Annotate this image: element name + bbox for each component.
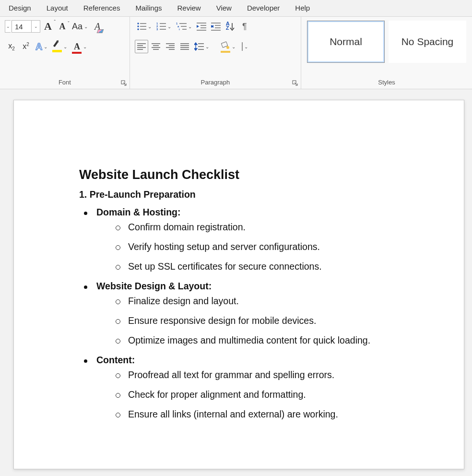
svg-text:i: i: [179, 28, 180, 31]
sub-item[interactable]: Finalize design and layout.: [128, 296, 440, 307]
chevron-down-icon: ⌄: [244, 44, 248, 49]
numbering-button[interactable]: 123 ⌄: [154, 20, 173, 33]
font-size-input[interactable]: 14 ⌄: [12, 20, 40, 33]
align-center-button[interactable]: [149, 40, 163, 53]
sub-item[interactable]: Set up SSL certificates for secure conne…: [128, 261, 440, 272]
align-right-icon: [166, 43, 175, 50]
tab-layout[interactable]: Layout: [39, 1, 76, 16]
align-right-button[interactable]: [164, 40, 177, 53]
style-no-spacing[interactable]: No Spacing: [389, 21, 466, 63]
align-left-button[interactable]: [135, 40, 148, 53]
sub-item[interactable]: Check for proper alignment and formattin…: [128, 389, 440, 400]
sub-item[interactable]: Optimize images and multimedia content f…: [128, 335, 440, 346]
style-normal-label: Normal: [330, 36, 362, 48]
highlight-button[interactable]: ⌄: [50, 40, 69, 53]
bullet-label[interactable]: Domain & Hosting:: [96, 207, 181, 217]
paragraph-dialog-launcher[interactable]: [292, 80, 298, 86]
group-label-font: Font: [59, 79, 71, 86]
font-size-value[interactable]: 14: [12, 23, 31, 31]
document-area[interactable]: Website Launch Checklist 1. Pre-Launch P…: [0, 89, 472, 476]
ribbon: ⌄ 14 ⌄ Aˆ Aˇ Aa ⌄ A: [0, 16, 472, 89]
sub-item[interactable]: Ensure responsive design for mobile devi…: [128, 315, 440, 326]
chevron-down-icon: ⌄: [205, 44, 209, 49]
font-color-icon: A: [72, 42, 82, 52]
sub-item[interactable]: Proofread all text for grammar and spell…: [128, 369, 440, 381]
group-styles: Normal No Spacing Styles: [301, 17, 472, 89]
bullet-content[interactable]: Content: Proofread all text for grammar …: [96, 355, 440, 420]
line-spacing-icon: [194, 42, 204, 51]
show-paragraph-marks-button[interactable]: ¶: [238, 20, 251, 33]
line-spacing-button[interactable]: ⌄: [192, 40, 211, 53]
multilevel-list-button[interactable]: 1ai ⌄: [174, 20, 194, 33]
superscript-icon: x2: [23, 42, 29, 51]
subscript-icon: x2: [8, 42, 15, 51]
arrow-down-icon: [230, 22, 235, 31]
sub-item[interactable]: Confirm domain registration.: [128, 222, 440, 233]
style-no-spacing-label: No Spacing: [401, 36, 454, 48]
clear-formatting-button[interactable]: A: [91, 20, 104, 33]
tab-review[interactable]: Review: [170, 1, 209, 16]
numbering-icon: 123: [156, 22, 166, 31]
shrink-font-icon: Aˇ: [59, 22, 66, 32]
font-dialog-launcher[interactable]: [121, 80, 127, 86]
bullet-domain-hosting[interactable]: Domain & Hosting: Confirm domain registr…: [96, 207, 440, 272]
sub-item[interactable]: Ensure all links (internal and external)…: [128, 409, 440, 420]
tab-mailings[interactable]: Mailings: [128, 1, 169, 16]
font-family-dropdown-edge[interactable]: ⌄: [5, 20, 11, 33]
chevron-down-icon: ⌄: [44, 44, 47, 49]
decrease-indent-button[interactable]: [195, 20, 208, 33]
document-page[interactable]: Website Launch Checklist 1. Pre-Launch P…: [13, 100, 464, 469]
ribbon-tabs: Design Layout References Mailings Review…: [0, 0, 472, 16]
change-case-icon: Aa: [72, 22, 83, 32]
chevron-down-icon: ⌄: [63, 44, 67, 49]
chevron-down-icon: ⌄: [232, 44, 236, 49]
chevron-down-icon: ⌄: [167, 24, 171, 29]
increase-indent-button[interactable]: [209, 20, 223, 33]
sub-item[interactable]: Verify hosting setup and server configur…: [128, 241, 440, 252]
sort-icon: AZ: [226, 22, 230, 31]
style-normal[interactable]: Normal: [307, 21, 385, 63]
shading-button[interactable]: ⌄: [219, 40, 237, 53]
shrink-font-button[interactable]: Aˇ: [56, 20, 69, 33]
font-size-dropdown-icon[interactable]: ⌄: [31, 21, 40, 32]
align-center-icon: [152, 43, 160, 50]
bullet-label[interactable]: Content:: [96, 355, 135, 365]
justify-button[interactable]: [178, 40, 191, 53]
tab-developer[interactable]: Developer: [239, 1, 287, 16]
multilevel-list-icon: 1ai: [176, 22, 187, 31]
tab-view[interactable]: View: [209, 1, 239, 16]
bullets-button[interactable]: ⌄: [135, 20, 153, 33]
align-left-icon: [137, 43, 146, 50]
group-paragraph: ⌄ 123 ⌄ 1ai ⌄: [130, 17, 301, 89]
bullets-icon: [137, 22, 146, 31]
tab-design[interactable]: Design: [1, 1, 39, 16]
change-case-button[interactable]: Aa ⌄: [70, 20, 90, 33]
increase-indent-icon: [211, 22, 221, 31]
shading-icon: [221, 42, 230, 51]
group-label-paragraph: Paragraph: [201, 79, 230, 86]
font-color-button[interactable]: A ⌄: [70, 40, 89, 53]
subscript-button[interactable]: x2: [5, 40, 18, 53]
grow-font-button[interactable]: Aˆ: [41, 20, 55, 33]
justify-icon: [180, 43, 189, 50]
bullet-label[interactable]: Website Design & Layout:: [96, 281, 212, 291]
section-heading[interactable]: 1. Pre-Launch Preparation: [79, 189, 440, 200]
superscript-button[interactable]: x2: [19, 40, 33, 53]
borders-button[interactable]: ⌄: [238, 40, 252, 53]
text-effects-button[interactable]: A ⌄: [34, 40, 49, 53]
bullet-design-layout[interactable]: Website Design & Layout: Finalize design…: [96, 281, 440, 346]
doc-title[interactable]: Website Launch Checklist: [79, 167, 440, 182]
text-effects-icon: A: [35, 41, 42, 52]
chevron-down-icon: ⌄: [148, 24, 152, 29]
chevron-down-icon: ⌄: [188, 24, 192, 29]
chevron-down-icon: ⌄: [83, 44, 87, 49]
svg-text:3: 3: [156, 28, 158, 31]
group-font: ⌄ 14 ⌄ Aˆ Aˇ Aa ⌄ A: [0, 17, 130, 89]
pilcrow-icon: ¶: [242, 22, 247, 32]
sort-button[interactable]: AZ: [224, 20, 237, 33]
tab-references[interactable]: References: [76, 1, 128, 16]
svg-point-2: [137, 25, 139, 27]
svg-point-3: [137, 28, 139, 30]
borders-icon: [242, 43, 243, 50]
tab-help[interactable]: Help: [287, 1, 318, 16]
